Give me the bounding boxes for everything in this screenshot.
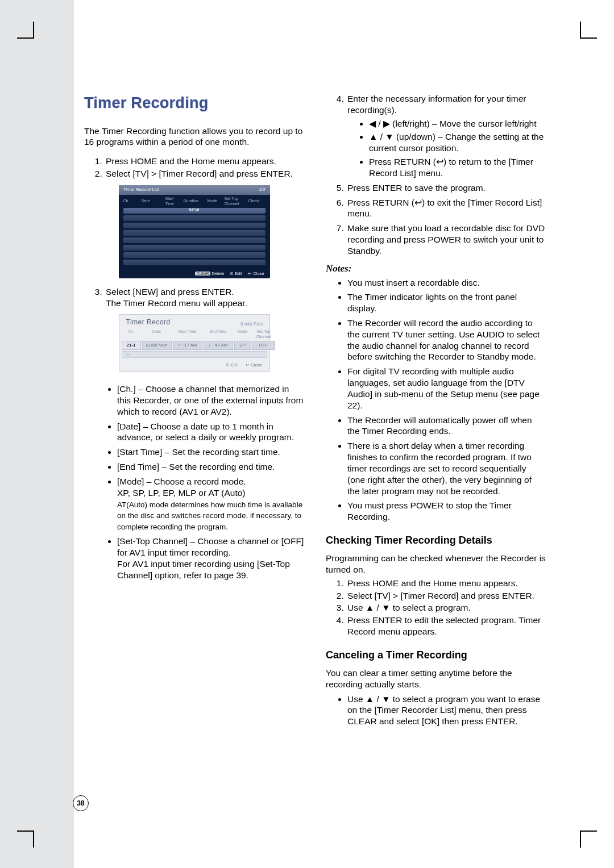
clear-tag: CLEAR xyxy=(195,272,211,276)
empty-ch-row: 21 xyxy=(122,351,267,358)
step-1: Press HOME and the Home menu appears. xyxy=(105,156,304,167)
note-item: The Timer indicator lights on the front … xyxy=(347,291,546,314)
close-label: Close xyxy=(251,362,262,368)
col2-settop: Set-Top Channel xyxy=(252,329,275,340)
check-step-2: Select [TV] > [Timer Record] and press E… xyxy=(346,590,546,602)
field-mode: [Mode] – Choose a record mode. XP, SP, L… xyxy=(117,476,304,532)
col2-date: Date xyxy=(142,329,172,340)
cancel-intro: You can clear a timer setting anytime be… xyxy=(326,667,546,690)
page-title: Timer Recording xyxy=(84,93,304,113)
step-4: Enter the necessary information for your… xyxy=(346,93,546,179)
check-step-1: Press HOME and the Home menu appears. xyxy=(346,578,546,589)
note-item: For digital TV recording with multiple a… xyxy=(347,366,546,411)
field-text: [End Time] – Set the recording end time. xyxy=(117,462,275,471)
col-check: Check xyxy=(248,199,269,204)
step-7: Make sure that you load a recordable dis… xyxy=(346,223,546,256)
field-starttime: [Start Time] – Set the recording start t… xyxy=(117,446,304,458)
step-text: Select [TV] > [Timer Record] and press E… xyxy=(106,169,293,178)
cancel-bullet: Use ▲ / ▼ to select a program you want t… xyxy=(347,694,546,727)
step-text: Press HOME and the Home menu appears. xyxy=(106,156,276,166)
field-text: [Date] – Choose a date up to 1 month in … xyxy=(117,422,294,443)
field-sub1: For AV1 input timer recording using [Set… xyxy=(117,559,290,580)
col2-mode: Mode xyxy=(234,329,251,340)
step-5: Press ENTER to save the program. xyxy=(346,182,546,194)
step-6: Press RETURN (↩) to exit the [Timer Reco… xyxy=(346,197,546,220)
page-number: 38 xyxy=(73,795,89,811)
step-subtext: The Timer Record menu will appear. xyxy=(106,298,247,308)
note-item: The Recorder will automatically power of… xyxy=(347,415,546,437)
note-item: There is a short delay when a timer reco… xyxy=(347,440,546,496)
intro-text: The Timer Recording function allows you … xyxy=(84,126,304,148)
col-date: Date xyxy=(142,199,164,204)
notes-heading: Notes: xyxy=(326,262,546,275)
field-text: [Ch.] – Choose a channel that memorized … xyxy=(117,384,303,416)
step4-bullet-1: ◀ / ▶ (left/right) – Move the cursor lef… xyxy=(369,118,546,130)
val-date: 01/08 Mon xyxy=(142,341,172,350)
col-mode: Mode xyxy=(208,199,223,204)
step-3: Select [NEW] and press ENTER. The Timer … xyxy=(105,286,304,309)
field-text: [Set-Top Channel] – Choose a channel or … xyxy=(117,536,304,557)
ok-label: OK xyxy=(231,362,238,368)
cancel-heading: Canceling a Timer Recording xyxy=(326,649,546,662)
field-sub2: AT(Auto) mode determines how much time i… xyxy=(117,500,302,532)
step4-bullet-3: Press RETURN (↩) to return to the [Timer… xyxy=(369,156,546,179)
field-date: [Date] – Choose a date up to 1 month in … xyxy=(117,421,304,444)
step-text: Press ENTER to save the program. xyxy=(347,183,486,193)
field-text: [Mode] – Choose a record mode. xyxy=(117,477,246,486)
check-step-3: Use ▲ / ▼ to select a program. xyxy=(346,602,546,614)
note-item: You must insert a recordable disc. xyxy=(347,277,546,289)
empty-row xyxy=(123,245,265,251)
val-end: 7 : 47 AM xyxy=(204,341,233,350)
col-settop: Set-Top Channel xyxy=(225,197,247,207)
timer-record-list-screenshot: Timer Record List 1/2 Ch. Date Start Tim… xyxy=(119,185,270,278)
field-text: [Start Time] – Set the recording start t… xyxy=(117,447,280,457)
field-settop: [Set-Top Channel] – Choose a channel or … xyxy=(117,536,304,581)
step-text: Press RETURN (↩) to exit the [Timer Reco… xyxy=(347,198,542,219)
step4-bullet-2: ▲ / ▼ (up/down) – Change the setting at … xyxy=(369,131,546,154)
timer-record-screenshot: Timer Record 0 min Free Ch. Date Start T… xyxy=(119,314,270,372)
empty-row xyxy=(123,223,265,228)
note-item: The Recorder will record the audio accor… xyxy=(347,318,546,362)
col2-end: End Time xyxy=(204,329,233,340)
shot1-page: 1/2 xyxy=(259,187,265,193)
edit-label: Edit xyxy=(235,271,242,276)
val-start: 7 : 17 AM xyxy=(173,341,202,350)
val-mode: SP xyxy=(234,341,251,350)
new-row: NEW xyxy=(123,208,265,214)
empty-row xyxy=(123,237,265,243)
empty-row xyxy=(123,252,265,258)
col2-ch: Ch. xyxy=(122,329,141,340)
field-sub1: XP, SP, LP, EP, MLP or AT (Auto) xyxy=(117,488,245,498)
val-ch: 21-1 xyxy=(122,341,141,350)
val-settop: OFF xyxy=(252,341,275,350)
empty-row xyxy=(123,260,265,265)
shot2-title: Timer Record xyxy=(126,318,171,327)
shot1-title: Timer Record List xyxy=(123,187,159,193)
field-ch: [Ch.] – Choose a channel that memorized … xyxy=(117,383,304,417)
delete-label: Delete xyxy=(212,271,225,276)
step-text: Enter the necessary information for your… xyxy=(347,94,526,115)
col2-start: Start Time xyxy=(173,329,202,340)
step-text: Select [NEW] and press ENTER. xyxy=(106,287,234,297)
step-text: Make sure that you load a recordable dis… xyxy=(347,223,545,256)
check-heading: Checking Timer Recording Details xyxy=(326,534,546,547)
col-duration: Duration xyxy=(184,199,206,204)
empty-row xyxy=(123,230,265,236)
col-ch: Ch. xyxy=(123,199,140,204)
check-intro: Programming can be checked whenever the … xyxy=(326,553,546,575)
check-step-4: Press ENTER to edit the selected program… xyxy=(346,615,546,637)
step-2: Select [TV] > [Timer Record] and press E… xyxy=(105,168,304,180)
note-item: You must press POWER to stop the Timer R… xyxy=(347,500,546,523)
field-endtime: [End Time] – Set the recording end time. xyxy=(117,461,304,473)
col-start: Start Time xyxy=(165,197,182,207)
empty-row xyxy=(123,215,265,221)
shot2-free: 0 min Free xyxy=(240,321,264,327)
close-label: Close xyxy=(253,271,264,276)
